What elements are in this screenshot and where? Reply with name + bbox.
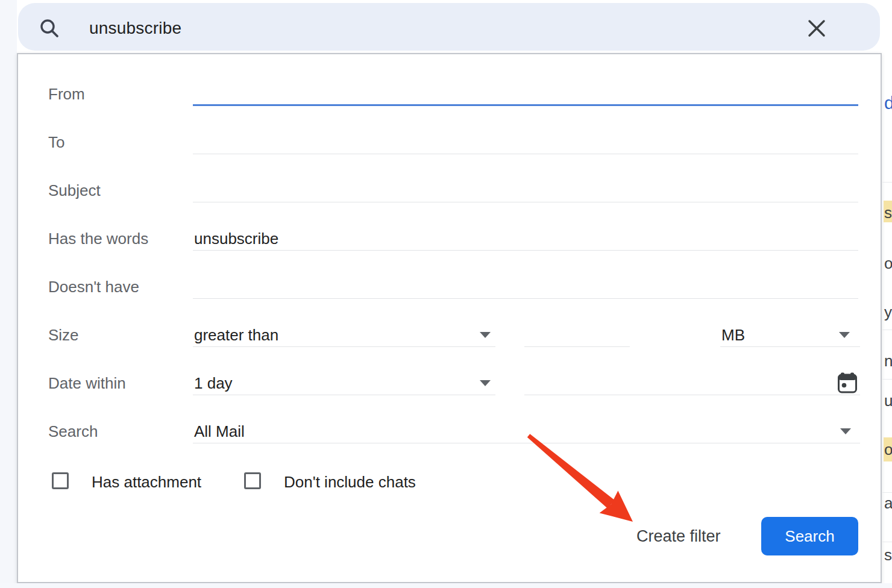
search-scope-dropdown-icon[interactable]	[840, 428, 851, 434]
date-within-label: Date within	[48, 374, 126, 393]
size-operator-dropdown-icon[interactable]	[480, 332, 491, 338]
doesnt-have-input[interactable]	[193, 274, 858, 299]
has-attachment-label[interactable]: Has attachment	[92, 473, 201, 492]
date-range-underline	[193, 395, 495, 395]
date-range-dropdown-icon[interactable]	[480, 380, 491, 386]
size-operator-underline	[193, 346, 495, 347]
page-background-bottom	[0, 583, 892, 588]
gmail-search-filter-screen: unsubscribe From To Subject Has the word…	[0, 0, 892, 588]
doesnt-have-label: Doesn't have	[48, 278, 139, 296]
subject-underline	[193, 202, 858, 202]
has-words-input[interactable]: unsubscribe	[193, 225, 858, 251]
to-input[interactable]	[193, 129, 858, 154]
background-divider	[882, 182, 892, 183]
date-range-select[interactable]: 1 day	[193, 370, 495, 395]
size-unit-underline	[720, 346, 860, 347]
from-underline-focused	[193, 104, 858, 106]
background-text-fragment: o	[884, 440, 892, 459]
search-input[interactable]: unsubscribe	[89, 19, 181, 38]
background-divider	[882, 379, 892, 380]
background-divider	[882, 492, 892, 493]
background-text-fragment: s	[884, 546, 892, 565]
search-scope-underline	[193, 443, 860, 443]
date-underline	[524, 395, 860, 395]
size-amount-input[interactable]	[524, 322, 630, 347]
from-input[interactable]	[193, 81, 858, 106]
background-text-fragment: a	[884, 494, 892, 513]
has-attachment-checkbox[interactable]	[52, 472, 69, 489]
size-label: Size	[48, 326, 79, 345]
has-words-label: Has the words	[48, 230, 148, 248]
background-divider	[882, 542, 892, 542]
search-scope-select[interactable]: All Mail	[193, 418, 860, 443]
background-divider	[882, 330, 892, 330]
size-amount-underline	[524, 346, 630, 347]
search-button[interactable]: Search	[761, 517, 858, 555]
calendar-icon[interactable]	[838, 372, 857, 393]
background-text-fragment: d	[884, 93, 892, 113]
search-icon	[39, 17, 60, 39]
background-text-fragment: o	[884, 254, 892, 273]
create-filter-button[interactable]: Create filter	[627, 522, 730, 551]
background-text-fragment: s	[884, 204, 892, 222]
background-text-fragment: n	[884, 352, 892, 371]
from-label: From	[48, 85, 85, 104]
close-icon[interactable]	[806, 18, 827, 39]
to-underline	[193, 154, 858, 154]
search-scope-label: Search	[48, 422, 98, 441]
dont-include-chats-label[interactable]: Don't include chats	[284, 473, 416, 492]
background-text-fragment: u	[884, 392, 892, 410]
doesnt-have-underline	[193, 298, 858, 299]
background-text-fragment: y	[884, 303, 892, 322]
search-bar[interactable]: unsubscribe	[18, 3, 880, 51]
to-label: To	[48, 133, 64, 152]
size-unit-dropdown-icon[interactable]	[839, 332, 850, 338]
dont-include-chats-checkbox[interactable]	[244, 472, 261, 489]
size-operator-select[interactable]: greater than	[193, 322, 495, 347]
subject-label: Subject	[48, 181, 101, 200]
subject-input[interactable]	[193, 177, 858, 202]
page-background-left	[0, 0, 17, 588]
date-input[interactable]	[524, 370, 860, 395]
has-words-underline	[193, 250, 858, 251]
